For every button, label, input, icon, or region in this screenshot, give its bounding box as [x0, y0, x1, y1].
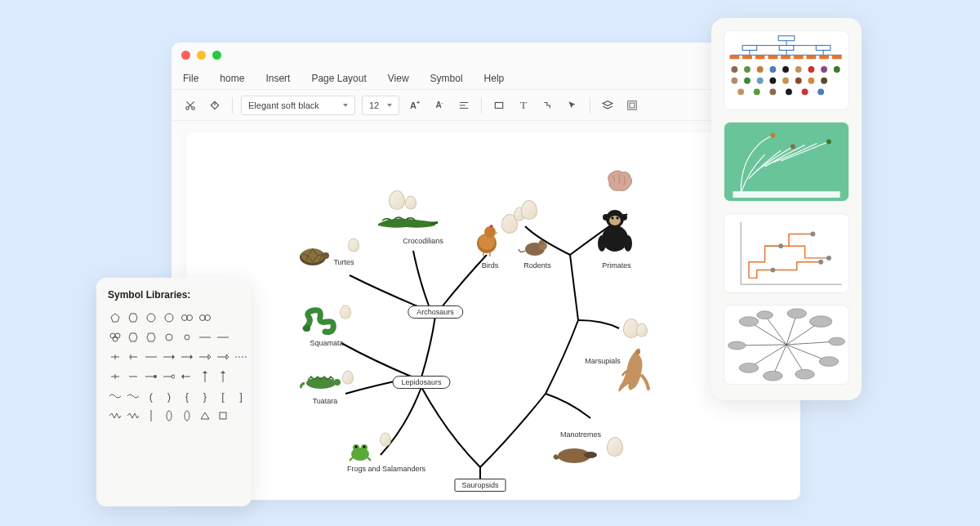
pointer-tool-icon[interactable]: [564, 96, 581, 114]
font-decrease-icon[interactable]: A-: [430, 96, 448, 114]
window-close[interactable]: [181, 51, 190, 60]
template-thumbnail-4[interactable]: [724, 305, 849, 385]
tuatara-shape[interactable]: [298, 372, 344, 391]
double-circle-icon[interactable]: [180, 310, 194, 325]
heptagon-icon[interactable]: [144, 310, 158, 325]
hexagon-icon[interactable]: [126, 330, 140, 345]
menu-symbol[interactable]: Symbol: [430, 73, 463, 84]
hexagon-icon[interactable]: [126, 310, 140, 325]
cut-icon[interactable]: [181, 96, 199, 114]
menu-home[interactable]: home: [220, 73, 244, 84]
svg-marker-66: [208, 354, 211, 359]
template-thumbnail-2[interactable]: [724, 122, 849, 202]
bracket-icon[interactable]: ]: [234, 389, 248, 403]
font-size-selector[interactable]: 12: [362, 96, 399, 115]
wave-icon[interactable]: [126, 389, 140, 403]
node-archosaurs[interactable]: Archosaurs: [408, 305, 463, 319]
arrow-icon[interactable]: [162, 350, 176, 364]
platypus-shape[interactable]: [550, 443, 599, 467]
svg-point-123: [821, 78, 827, 84]
window-maximize[interactable]: [212, 51, 221, 60]
arrow-icon[interactable]: [198, 350, 212, 364]
svg-point-13: [484, 226, 496, 238]
brace-icon[interactable]: {: [180, 389, 194, 403]
wave-icon[interactable]: [108, 389, 122, 403]
dot-end-icon[interactable]: [162, 369, 176, 384]
chicken-shape[interactable]: [472, 221, 501, 256]
font-increase-icon[interactable]: A+: [406, 96, 424, 114]
line-icon[interactable]: [216, 330, 230, 345]
arrow-icon[interactable]: [180, 369, 194, 384]
primate-shape[interactable]: [592, 206, 638, 255]
triple-circle-icon[interactable]: [108, 330, 122, 345]
connector-tool-icon[interactable]: [539, 96, 557, 114]
svg-point-52: [166, 334, 172, 341]
connector-icon[interactable]: [126, 369, 140, 384]
hexagon-icon[interactable]: [144, 330, 158, 345]
menu-insert[interactable]: Insert: [265, 73, 290, 84]
connector-icon[interactable]: [126, 350, 140, 364]
connector-icon[interactable]: [144, 350, 158, 364]
font-name: Elegant soft black: [248, 100, 319, 110]
menu-view[interactable]: View: [388, 73, 409, 84]
svg-point-132: [826, 140, 831, 145]
rodent-shape[interactable]: [517, 236, 550, 257]
menu-page-layout[interactable]: Page Layout: [311, 73, 366, 84]
rectangle-tool-icon[interactable]: [490, 96, 508, 114]
circle-icon[interactable]: [162, 310, 176, 325]
brain-shape[interactable]: [603, 167, 635, 195]
node-lepidosaurs[interactable]: Lepidosaurs: [392, 376, 450, 389]
svg-point-48: [115, 333, 120, 338]
dot-end-icon[interactable]: [144, 369, 158, 384]
paren-icon[interactable]: (: [144, 389, 158, 403]
turtle-shape[interactable]: [295, 244, 331, 269]
paren-icon[interactable]: ): [162, 389, 176, 403]
lens-icon[interactable]: [180, 408, 194, 423]
template-thumbnail-3[interactable]: [724, 213, 849, 293]
small-circle-icon[interactable]: [180, 330, 194, 345]
node-sauropsids[interactable]: Sauropsids: [454, 479, 506, 492]
arrow-icon[interactable]: [216, 350, 230, 364]
svg-point-26: [612, 217, 614, 220]
arrow-icon[interactable]: [180, 350, 194, 364]
brace-icon[interactable]: }: [198, 389, 212, 403]
connector-icon[interactable]: [108, 369, 122, 384]
bracket-icon[interactable]: [: [216, 389, 230, 403]
svg-point-42: [165, 314, 173, 322]
snake-shape[interactable]: [301, 305, 341, 335]
canvas[interactable]: Sauropsids Lepidosaurs Archosaurs Turtes…: [186, 132, 800, 500]
vline-icon[interactable]: [144, 408, 158, 423]
format-painter-icon[interactable]: [206, 96, 224, 114]
line-icon[interactable]: [198, 330, 212, 345]
svg-point-21: [609, 216, 621, 225]
double-circle-icon[interactable]: [198, 310, 212, 325]
align-icon[interactable]: [455, 96, 473, 114]
zigzag-icon[interactable]: [126, 408, 140, 423]
window-minimize[interactable]: [197, 51, 206, 60]
text-tool-icon[interactable]: T: [514, 96, 532, 114]
svg-point-108: [744, 66, 751, 73]
menu-file[interactable]: File: [183, 73, 198, 84]
kangaroo-shape[interactable]: [611, 343, 652, 395]
arrow-up-icon[interactable]: [198, 369, 212, 384]
svg-point-47: [110, 333, 115, 338]
crocodile-shape[interactable]: [374, 211, 439, 234]
template-thumbnail-1[interactable]: [724, 30, 849, 110]
lens-icon[interactable]: [162, 408, 176, 423]
label-crocodilians: Crocodilians: [403, 237, 443, 245]
square-icon[interactable]: [216, 408, 230, 423]
pentagon-icon[interactable]: [108, 310, 122, 325]
menu-help[interactable]: Help: [484, 73, 505, 84]
circle-icon[interactable]: [162, 330, 176, 345]
group-icon[interactable]: [623, 96, 641, 114]
layers-icon[interactable]: [599, 96, 617, 114]
connector-icon[interactable]: [108, 350, 122, 364]
arrow-up-icon[interactable]: [216, 369, 230, 384]
frog-shape[interactable]: [346, 439, 374, 462]
triangle-icon[interactable]: [198, 408, 212, 423]
svg-point-138: [826, 256, 831, 261]
dash-icon[interactable]: [234, 350, 248, 364]
egg-shape: [636, 323, 648, 337]
zigzag-icon[interactable]: [108, 408, 122, 423]
font-selector[interactable]: Elegant soft black: [241, 96, 355, 115]
